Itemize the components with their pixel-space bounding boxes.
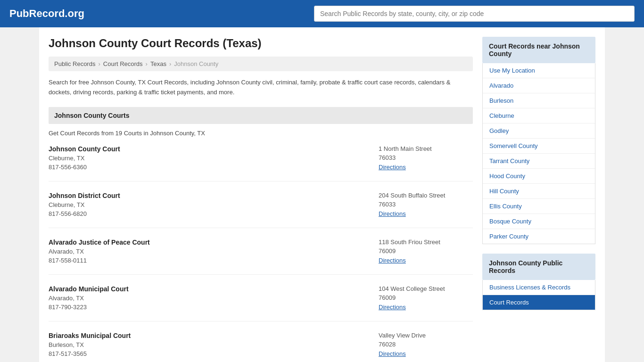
nearby-list-item[interactable]: Alvarado xyxy=(483,78,595,93)
court-entry: Johnson District Court Cleburne, TX 817-… xyxy=(49,192,473,228)
court-zip: 76033 xyxy=(379,201,473,208)
court-name: Alvarado Municipal Court xyxy=(49,285,129,293)
court-zip: 76033 xyxy=(379,154,473,161)
nearby-list-item[interactable]: Bosque County xyxy=(483,214,595,229)
nearby-link[interactable]: Ellis County xyxy=(489,203,522,210)
court-city: Alvarado, TX xyxy=(49,248,150,255)
main-wrapper: Johnson County Court Records (Texas) Pub… xyxy=(39,27,605,362)
nearby-link[interactable]: Hood County xyxy=(489,173,525,180)
directions-link[interactable]: Directions xyxy=(379,257,406,264)
court-address: 118 South Friou Street xyxy=(379,239,473,246)
court-left: Alvarado Municipal Court Alvarado, TX 81… xyxy=(49,285,129,311)
court-entry: Alvarado Justice of Peace Court Alvarado… xyxy=(49,239,473,275)
courts-list: Johnson County Court Cleburne, TX 817-55… xyxy=(49,145,473,362)
nearby-section-header: Court Records near Johnson County xyxy=(482,37,595,63)
nearby-list-item[interactable]: Ellis County xyxy=(483,199,595,214)
directions-link[interactable]: Directions xyxy=(379,304,406,311)
court-city: Alvarado, TX xyxy=(49,295,129,302)
court-right: 1 North Main Street 76033 Directions xyxy=(379,145,473,171)
court-left: Johnson County Court Cleburne, TX 817-55… xyxy=(49,145,120,171)
court-name: Alvarado Justice of Peace Court xyxy=(49,239,150,246)
nearby-list: Use My LocationAlvaradoBurlesonCleburneG… xyxy=(482,63,595,244)
court-city: Cleburne, TX xyxy=(49,201,120,208)
public-records-section-header: Johnson County Public Records xyxy=(482,254,595,280)
court-zip: 76028 xyxy=(379,341,473,348)
court-phone: 817-790-3223 xyxy=(49,304,129,311)
sidebar: Court Records near Johnson County Use My… xyxy=(482,37,595,362)
directions-link[interactable]: Directions xyxy=(379,164,406,171)
nearby-link[interactable]: Burleson xyxy=(489,97,513,104)
court-phone: 817-558-0111 xyxy=(49,257,150,264)
court-address: 204 South Buffalo Street xyxy=(379,192,473,199)
site-logo: PubRecord.org xyxy=(9,8,84,20)
court-right: 104 West College Street 76009 Directions xyxy=(379,285,473,311)
nearby-link[interactable]: Parker County xyxy=(489,233,528,240)
court-zip: 76009 xyxy=(379,247,473,255)
nearby-link[interactable]: Tarrant County xyxy=(489,157,529,165)
breadcrumb-court-records[interactable]: Court Records xyxy=(103,60,143,67)
directions-link[interactable]: Directions xyxy=(379,210,406,217)
nearby-link[interactable]: Godley xyxy=(489,127,509,134)
search-box[interactable] xyxy=(314,6,635,22)
court-phone: 817-556-6360 xyxy=(49,164,120,171)
breadcrumb-public-records[interactable]: Public Records xyxy=(54,60,95,67)
court-address: Valley View Drive xyxy=(379,332,473,339)
nearby-link[interactable]: Use My Location xyxy=(489,67,535,74)
nearby-link[interactable]: Alvarado xyxy=(489,82,513,89)
court-right: Valley View Drive 76028 Directions xyxy=(379,332,473,357)
nearby-list-item[interactable]: Tarrant County xyxy=(483,154,595,169)
breadcrumb-texas[interactable]: Texas xyxy=(150,60,166,67)
breadcrumb-current: Johnson County xyxy=(174,60,218,67)
nearby-list-item[interactable]: Burleson xyxy=(483,93,595,108)
court-entry: Alvarado Municipal Court Alvarado, TX 81… xyxy=(49,285,473,321)
nearby-link[interactable]: Cleburne xyxy=(489,112,514,119)
court-address: 1 North Main Street xyxy=(379,145,473,152)
nearby-link[interactable]: Somervell County xyxy=(489,142,538,149)
nearby-list-item[interactable]: Cleburne xyxy=(483,108,595,123)
header: PubRecord.org xyxy=(0,0,644,27)
nearby-link[interactable]: Bosque County xyxy=(489,218,531,225)
court-name: Johnson District Court xyxy=(49,192,120,199)
public-records-list: Business Licenses & RecordsCourt Records xyxy=(482,280,595,310)
nearby-link[interactable]: Hill County xyxy=(489,188,519,195)
court-left: Alvarado Justice of Peace Court Alvarado… xyxy=(49,239,150,264)
court-right: 204 South Buffalo Street 76033 Direction… xyxy=(379,192,473,217)
nearby-list-item[interactable]: Godley xyxy=(483,123,595,139)
court-name: Briaroaks Municipal Court xyxy=(49,332,131,339)
court-phone: 817-517-3565 xyxy=(49,350,131,357)
court-zip: 76009 xyxy=(379,294,473,301)
court-name: Johnson County Court xyxy=(49,145,120,153)
directions-link[interactable]: Directions xyxy=(379,350,406,357)
courts-count: Get Court Records from 19 Courts in John… xyxy=(49,130,473,137)
public-records-link[interactable]: Business Licenses & Records xyxy=(489,284,570,291)
court-address: 104 West College Street xyxy=(379,285,473,292)
page-description: Search for free Johnson County, TX Court… xyxy=(49,78,473,98)
court-phone: 817-556-6820 xyxy=(49,210,120,217)
public-records-link[interactable]: Court Records xyxy=(489,299,529,306)
court-city: Cleburne, TX xyxy=(49,155,120,162)
content-area: Johnson County Court Records (Texas) Pub… xyxy=(49,37,473,362)
court-entry: Johnson County Court Cleburne, TX 817-55… xyxy=(49,145,473,181)
nearby-list-item[interactable]: Use My Location xyxy=(483,63,595,78)
nearby-list-item[interactable]: Somervell County xyxy=(483,139,595,154)
public-records-list-item[interactable]: Business Licenses & Records xyxy=(483,280,595,295)
nearby-list-item[interactable]: Hill County xyxy=(483,184,595,199)
breadcrumb: Public Records › Court Records › Texas ›… xyxy=(49,57,473,71)
court-left: Johnson District Court Cleburne, TX 817-… xyxy=(49,192,120,217)
search-input[interactable] xyxy=(314,6,635,22)
courts-section-header: Johnson County Courts xyxy=(49,107,473,124)
nearby-list-item[interactable]: Parker County xyxy=(483,229,595,244)
nearby-list-item[interactable]: Hood County xyxy=(483,169,595,184)
court-left: Briaroaks Municipal Court Burleson, TX 8… xyxy=(49,332,131,357)
page-title: Johnson County Court Records (Texas) xyxy=(49,37,473,50)
court-entry: Briaroaks Municipal Court Burleson, TX 8… xyxy=(49,332,473,362)
public-records-list-item[interactable]: Court Records xyxy=(483,295,595,310)
court-right: 118 South Friou Street 76009 Directions xyxy=(379,239,473,264)
court-city: Burleson, TX xyxy=(49,341,131,348)
